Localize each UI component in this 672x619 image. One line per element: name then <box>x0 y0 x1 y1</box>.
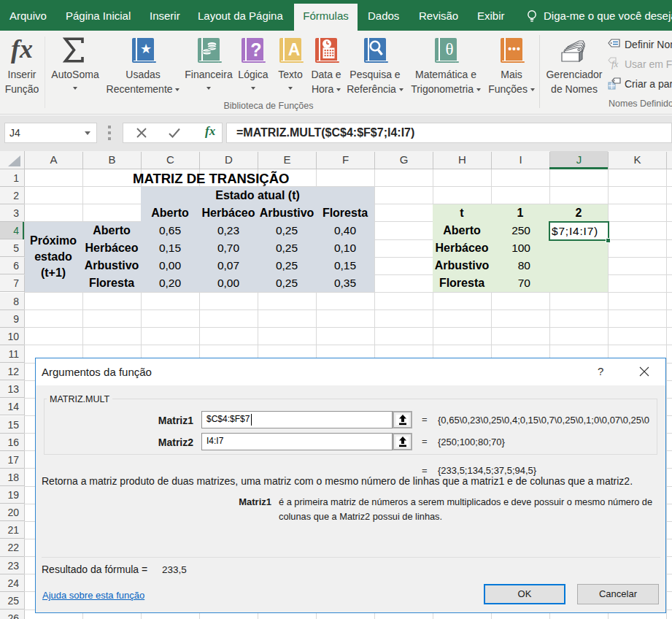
svg-text:fx: fx <box>611 58 619 69</box>
